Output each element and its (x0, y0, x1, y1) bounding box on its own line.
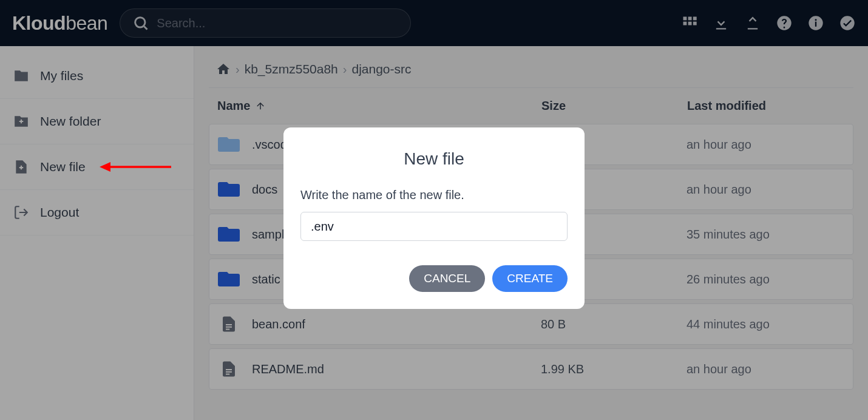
filename-input[interactable] (300, 212, 568, 241)
modal-overlay[interactable]: New file Write the name of the new file.… (0, 0, 868, 420)
create-button[interactable]: CREATE (492, 265, 568, 292)
modal-title: New file (300, 149, 568, 169)
modal-label: Write the name of the new file. (300, 188, 568, 202)
modal-actions: CANCEL CREATE (300, 265, 568, 292)
cancel-button[interactable]: CANCEL (409, 265, 485, 292)
new-file-modal: New file Write the name of the new file.… (283, 127, 585, 309)
